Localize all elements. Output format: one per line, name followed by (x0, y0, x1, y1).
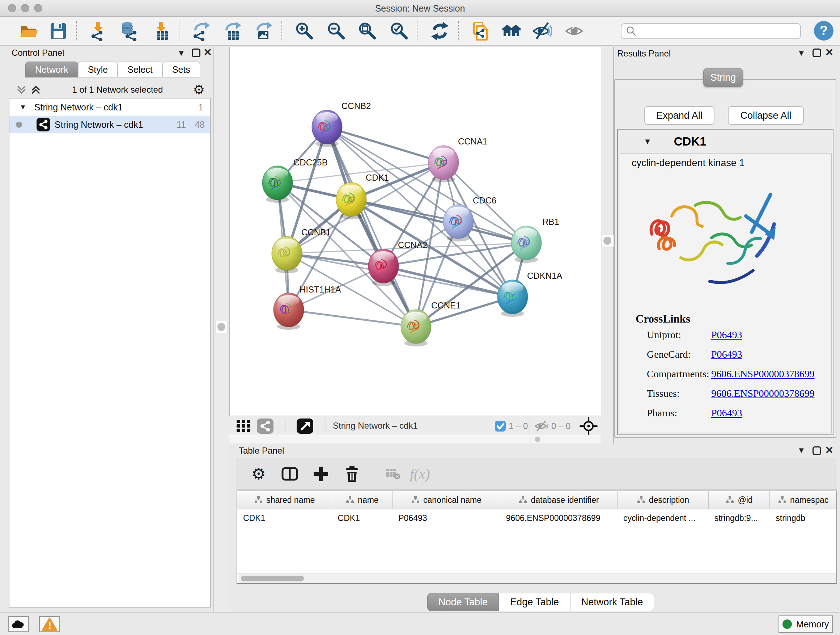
control-panel-menu-arrow-icon[interactable]: ▼ (177, 49, 185, 58)
tab-select[interactable]: Select (118, 62, 162, 78)
warning-button[interactable] (39, 616, 60, 632)
column-header[interactable]: name (332, 491, 393, 509)
tab-style[interactable]: Style (78, 62, 118, 78)
table-horizontal-scrollbar[interactable] (238, 573, 836, 583)
expand-all-button[interactable]: Expand All (644, 106, 714, 125)
control-panel-close-button[interactable]: ✕ (204, 46, 212, 58)
delete-column-icon[interactable] (343, 464, 362, 483)
expand-all-networks-icon[interactable] (30, 84, 42, 96)
add-column-icon[interactable] (311, 464, 330, 483)
tab-sets[interactable]: Sets (163, 62, 200, 78)
first-neighbors-button[interactable] (500, 19, 523, 43)
node-RB1[interactable] (511, 226, 542, 263)
hide-selected-button[interactable] (531, 19, 554, 43)
edge-CCNB2-CCNE1[interactable] (327, 127, 416, 326)
collection-expander-icon[interactable]: ▼ (19, 103, 27, 111)
node-CCNB2[interactable] (312, 110, 342, 147)
column-header[interactable]: canonical name (393, 491, 500, 509)
column-header[interactable]: description (617, 491, 709, 509)
results-panel-menu-arrow-icon[interactable]: ▼ (797, 49, 805, 58)
table-panel-float-button[interactable] (813, 447, 821, 455)
network-collection-row[interactable]: ▼ String Network – cdk1 1 (9, 98, 210, 116)
export-table-button[interactable] (221, 19, 244, 43)
birdseye-navigator-icon[interactable] (579, 417, 598, 437)
node-CCNA2[interactable] (368, 249, 399, 286)
table-panel-close-button[interactable]: ✕ (825, 444, 834, 456)
cell-namespace[interactable]: stringdb (770, 509, 836, 527)
edge-CDK1-RB1[interactable] (351, 200, 526, 243)
show-all-button[interactable] (563, 19, 586, 43)
help-button[interactable]: ? (814, 21, 834, 41)
search-input[interactable] (639, 25, 800, 38)
results-panel-close-button[interactable]: ✕ (825, 46, 834, 58)
network-row[interactable]: String Network – cdk1 11 48 (9, 116, 210, 133)
birdseye-grid-icon[interactable] (236, 419, 252, 434)
node-CDKN1A[interactable] (497, 280, 528, 317)
gene-entry-header[interactable]: ▼ CDK1 (618, 130, 833, 154)
zoom-in-button[interactable] (293, 19, 316, 43)
node-HIST1H1A[interactable] (273, 293, 304, 330)
column-header[interactable]: shared name (237, 491, 332, 509)
export-image-button[interactable] (252, 19, 275, 43)
crosslink-link[interactable]: P06493 (711, 407, 742, 419)
zoom-fit-button[interactable] (356, 19, 379, 43)
import-network-file-button[interactable] (87, 19, 110, 43)
edge-CCNB2-CCNA1[interactable] (327, 127, 444, 163)
table-panel-menu-arrow-icon[interactable]: ▼ (797, 446, 805, 455)
cell-canonical-name[interactable]: P06493 (393, 509, 500, 527)
edge-HIST1H1A-CCNE1[interactable] (289, 310, 416, 326)
export-network-button[interactable] (189, 19, 213, 43)
cell-shared-name[interactable]: CDK1 (237, 509, 332, 527)
right-splitter[interactable] (601, 47, 614, 443)
string-import-button[interactable] (469, 19, 492, 43)
selected-checkbox-icon[interactable] (495, 421, 506, 432)
zoom-out-button[interactable] (325, 19, 348, 43)
crosslink-link[interactable]: P06493 (711, 348, 742, 360)
left-splitter-handle[interactable] (215, 321, 227, 333)
zoom-selected-button[interactable] (388, 19, 411, 43)
table-row[interactable]: CDK1 CDK1 P06493 9606.ENSP00000378699 cy… (237, 509, 836, 527)
tab-string[interactable]: String (703, 68, 743, 87)
scrollbar-thumb[interactable] (241, 576, 304, 581)
import-table-button[interactable] (150, 19, 173, 43)
node-CCNB1[interactable] (272, 236, 302, 273)
column-header[interactable]: namespac (770, 491, 836, 509)
node-CCNA1[interactable] (428, 146, 459, 182)
open-session-button[interactable] (17, 19, 41, 43)
network-share-icon[interactable] (257, 418, 273, 434)
horizontal-splitter[interactable] (229, 435, 601, 443)
cell-name[interactable]: CDK1 (332, 509, 393, 527)
tab-network-table[interactable]: Network Table (570, 593, 654, 611)
network-canvas[interactable]: CCNB2 CCNA1 CDC25B CDK1 CDC6 (229, 47, 601, 416)
tab-network[interactable]: Network (25, 62, 78, 78)
control-panel-float-button[interactable] (192, 49, 201, 57)
tab-edge-table[interactable]: Edge Table (499, 593, 570, 611)
table-options-gear-icon[interactable]: ⚙ (249, 464, 268, 483)
results-panel-float-button[interactable] (813, 49, 821, 57)
column-header[interactable]: @id (709, 491, 770, 509)
right-splitter-handle[interactable] (601, 234, 614, 247)
crosslink-link[interactable]: 9606.ENSP00000378699 (711, 368, 814, 380)
cell-id[interactable]: stringdb:9... (709, 509, 770, 527)
node-CDC25B[interactable] (262, 166, 293, 203)
collapse-all-networks-icon[interactable] (15, 84, 27, 96)
horizontal-splitter-handle[interactable] (535, 437, 540, 442)
column-header[interactable]: database identifier (500, 491, 617, 509)
cell-description[interactable]: cyclin-dependent ... (617, 509, 709, 527)
memory-button[interactable]: Memory (778, 616, 833, 633)
crosslink-link[interactable]: 9606.ENSP00000378699 (711, 388, 814, 399)
crosslink-link[interactable]: P06493 (711, 329, 742, 340)
network-graph[interactable]: CCNB2 CCNA1 CDC25B CDK1 CDC6 (230, 47, 602, 416)
network-options-gear-icon[interactable]: ⚙ (193, 83, 205, 96)
left-splitter[interactable] (213, 47, 229, 612)
save-session-button[interactable] (46, 19, 69, 43)
node-CCNE1[interactable] (401, 310, 431, 347)
search-field[interactable] (621, 23, 801, 39)
cell-database-identifier[interactable]: 9606.ENSP00000378699 (500, 509, 617, 527)
open-in-new-window-icon[interactable] (297, 418, 313, 434)
show-columns-icon[interactable] (280, 464, 299, 483)
import-network-database-button[interactable] (118, 19, 141, 43)
cloud-button[interactable] (8, 616, 29, 632)
tab-node-table[interactable]: Node Table (427, 593, 499, 611)
collapse-all-button[interactable]: Collapse All (728, 106, 804, 125)
